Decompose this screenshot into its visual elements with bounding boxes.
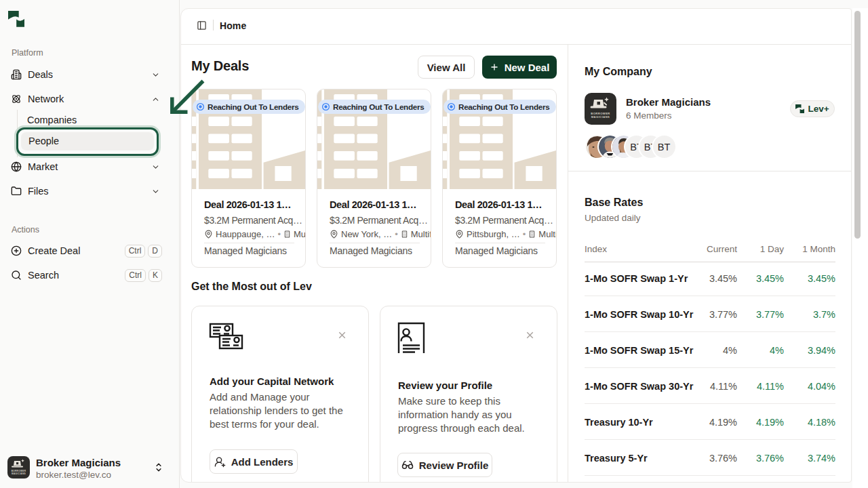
svg-text:MAGICIANS: MAGICIANS: [12, 472, 26, 475]
svg-text:MAGICIANS: MAGICIANS: [591, 115, 610, 119]
svg-text:BORROWER: BORROWER: [591, 112, 610, 115]
